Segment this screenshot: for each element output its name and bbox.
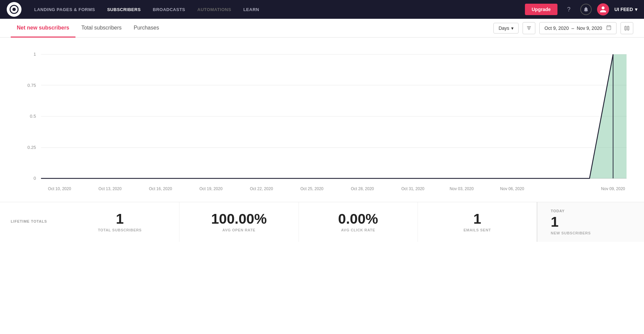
emails-sent-label: EMAILS SENT (464, 228, 491, 232)
svg-text:0.75: 0.75 (28, 83, 36, 88)
nav-right: Upgrade ? UI FEED ▾ (525, 3, 637, 15)
svg-text:Oct 31, 2020: Oct 31, 2020 (401, 186, 424, 191)
svg-text:0: 0 (34, 176, 36, 181)
lifetime-label: LIFETIME TOTALS (11, 219, 50, 223)
nav-link-broadcasts[interactable]: BROADCASTS (147, 0, 192, 19)
avatar-icon (599, 6, 607, 13)
date-end: Nov 9, 2020 (577, 25, 602, 31)
chart-wrap: 1 0.75 0.5 0.25 0 Oct 10, 2020 Oct 13, 2… (11, 44, 633, 199)
stat-total-subscribers: 1 TOTAL SUBSCRIBERS (60, 202, 179, 242)
today-value: 1 (551, 215, 631, 229)
date-separator: – (572, 25, 574, 31)
chevron-down-icon: ▾ (511, 25, 514, 31)
svg-text:Nov 06, 2020: Nov 06, 2020 (500, 186, 524, 191)
nav-link-learn[interactable]: LEARN (237, 0, 265, 19)
tabs-bar: Net new subscribers Total subscribers Pu… (0, 19, 644, 38)
nav-link-subscribers[interactable]: SUBSCRIBERS (101, 0, 147, 19)
today-section: TODAY 1 NEW SUBSCRIBERS (537, 202, 644, 242)
date-range-picker[interactable]: Oct 9, 2020 – Nov 9, 2020 (539, 22, 616, 34)
stat-emails-sent: 1 EMAILS SENT (418, 202, 537, 242)
avg-click-label: AVG CLICK RATE (341, 228, 375, 232)
user-menu[interactable]: UI FEED ▾ (614, 7, 637, 12)
stats-bar: LIFETIME TOTALS 1 TOTAL SUBSCRIBERS 100.… (0, 202, 644, 242)
nav-link-landing[interactable]: LANDING PAGES & FORMS (28, 0, 101, 19)
svg-text:0.25: 0.25 (28, 145, 36, 150)
main-nav: LANDING PAGES & FORMS SUBSCRIBERS BROADC… (0, 0, 644, 19)
avg-click-value: 0.00% (338, 212, 378, 226)
columns-icon (624, 25, 630, 31)
filter-button[interactable] (523, 22, 535, 34)
notifications-button[interactable] (580, 4, 592, 15)
tab-net-new[interactable]: Net new subscribers (11, 19, 75, 38)
help-button[interactable]: ? (563, 3, 575, 15)
svg-text:0.5: 0.5 (30, 114, 36, 119)
columns-button[interactable] (621, 22, 633, 34)
nav-links: LANDING PAGES & FORMS SUBSCRIBERS BROADC… (28, 0, 525, 19)
days-dropdown[interactable]: Days ▾ (493, 23, 519, 34)
help-icon: ? (567, 6, 571, 13)
total-subscribers-label: TOTAL SUBSCRIBERS (98, 228, 142, 232)
days-label: Days (498, 25, 509, 31)
avg-open-label: AVG OPEN RATE (222, 228, 256, 232)
username-label: UI FEED (614, 7, 633, 12)
tab-purchases[interactable]: Purchases (128, 19, 165, 38)
chart-area: 1 0.75 0.5 0.25 0 Oct 10, 2020 Oct 13, 2… (0, 38, 644, 202)
svg-text:Nov 03, 2020: Nov 03, 2020 (450, 186, 474, 191)
svg-text:Oct 16, 2020: Oct 16, 2020 (149, 186, 172, 191)
svg-text:1: 1 (34, 52, 36, 57)
svg-text:Oct 10, 2020: Oct 10, 2020 (48, 186, 71, 191)
total-subscribers-value: 1 (116, 212, 123, 226)
tab-total[interactable]: Total subscribers (75, 19, 128, 38)
svg-text:Oct 19, 2020: Oct 19, 2020 (200, 186, 223, 191)
svg-point-2 (12, 8, 16, 11)
calendar-icon[interactable] (606, 25, 611, 32)
stat-avg-click: 0.00% AVG CLICK RATE (299, 202, 418, 242)
avatar[interactable] (597, 3, 609, 15)
filter-icon (526, 25, 532, 31)
svg-text:Oct 25, 2020: Oct 25, 2020 (300, 186, 323, 191)
logo[interactable] (7, 2, 21, 17)
date-start: Oct 9, 2020 (544, 25, 569, 31)
stat-columns: 1 TOTAL SUBSCRIBERS 100.00% AVG OPEN RAT… (60, 202, 537, 242)
nav-link-automations[interactable]: AUTOMATIONS (191, 0, 237, 19)
line-chart: 1 0.75 0.5 0.25 0 Oct 10, 2020 Oct 13, 2… (11, 44, 633, 199)
emails-sent-value: 1 (473, 212, 481, 226)
today-label: TODAY (551, 209, 631, 213)
svg-text:Nov 09, 2020: Nov 09, 2020 (601, 186, 625, 191)
svg-rect-3 (607, 25, 611, 30)
stat-avg-open: 100.00% AVG OPEN RATE (179, 202, 298, 242)
lifetime-label-section: LIFETIME TOTALS (0, 202, 60, 242)
tab-controls: Days ▾ Oct 9, 2020 – Nov 9, 2020 (493, 22, 633, 34)
svg-text:Oct 22, 2020: Oct 22, 2020 (250, 186, 273, 191)
chevron-down-icon: ▾ (635, 7, 637, 12)
today-sub-label: NEW SUBSCRIBERS (551, 231, 631, 235)
bell-icon (583, 6, 589, 12)
avg-open-value: 100.00% (211, 212, 267, 226)
svg-text:Oct 13, 2020: Oct 13, 2020 (99, 186, 122, 191)
svg-text:Oct 28, 2020: Oct 28, 2020 (351, 186, 374, 191)
upgrade-button[interactable]: Upgrade (525, 4, 557, 15)
